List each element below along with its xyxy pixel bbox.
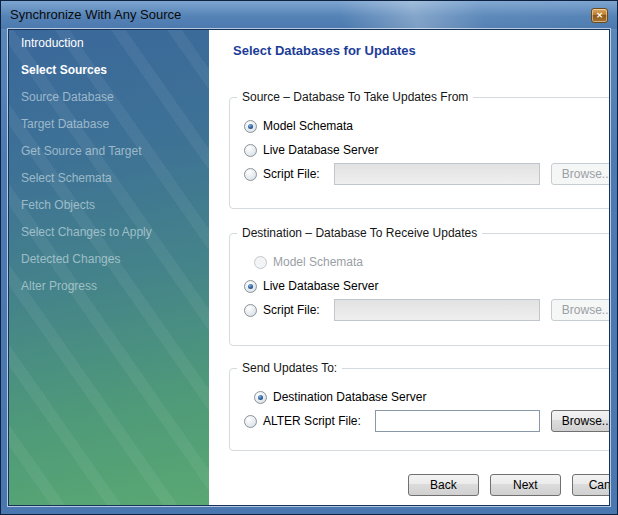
group-source: Source – Database To Take Updates From M… [229, 97, 610, 209]
dialog-window: Synchronize With Any Source ✕ Introducti… [0, 0, 618, 515]
client-area: Introduction Select Sources Source Datab… [8, 29, 610, 506]
group-send-updates-title: Send Updates To: [237, 361, 342, 375]
content-pane: Select Databases for Updates Source – Da… [209, 30, 610, 505]
alter-script-browse-button[interactable]: Browse... [551, 410, 610, 432]
option-row: ALTER Script File: Browse... [230, 409, 610, 433]
radio-label-live-database-server: Live Database Server [263, 279, 378, 293]
step-detected-changes: Detected Changes [9, 246, 209, 273]
page-title: Select Databases for Updates [233, 43, 610, 58]
option-row: Destination Database Server [230, 385, 610, 409]
cancel-button[interactable]: Cancel [572, 474, 610, 496]
close-button[interactable]: ✕ [591, 8, 608, 23]
option-row: Live Database Server [230, 274, 610, 298]
radio-label-script-file: Script File: [263, 303, 320, 317]
radio-label-model-schemata: Model Schemata [263, 119, 353, 133]
radio-destination-live-database-server[interactable] [244, 280, 257, 293]
step-select-sources: Select Sources [9, 57, 209, 84]
option-row: Live Database Server [230, 138, 610, 162]
wizard-steps-sidebar: Introduction Select Sources Source Datab… [9, 30, 209, 505]
radio-label-script-file: Script File: [263, 167, 320, 181]
radio-label-destination-database-server: Destination Database Server [273, 390, 426, 404]
footer-button-bar: Back Next Cancel [229, 474, 610, 496]
radio-label-model-schemata: Model Schemata [273, 255, 363, 269]
option-row: Model Schemata [230, 250, 610, 274]
step-introduction: Introduction [9, 30, 209, 57]
window-title: Synchronize With Any Source [10, 7, 181, 22]
option-row: Model Schemata [230, 114, 610, 138]
destination-script-file-input [334, 299, 540, 321]
radio-send-destination-database-server[interactable] [254, 391, 267, 404]
step-select-schemata: Select Schemata [9, 165, 209, 192]
group-destination-title: Destination – Database To Receive Update… [237, 226, 482, 240]
step-target-database: Target Database [9, 111, 209, 138]
radio-destination-script-file[interactable] [244, 304, 257, 317]
group-send-updates: Send Updates To: Destination Database Se… [229, 368, 610, 451]
radio-label-live-database-server: Live Database Server [263, 143, 378, 157]
close-icon: ✕ [596, 11, 603, 20]
step-get-source-and-target: Get Source and Target [9, 138, 209, 165]
source-script-file-input [334, 163, 540, 185]
radio-label-alter-script-file: ALTER Script File: [263, 414, 361, 428]
source-browse-button: Browse... [551, 163, 610, 185]
alter-script-file-input[interactable] [375, 410, 540, 432]
radio-source-live-database-server[interactable] [244, 144, 257, 157]
step-alter-progress: Alter Progress [9, 273, 209, 300]
group-source-title: Source – Database To Take Updates From [237, 90, 473, 104]
step-select-changes-to-apply: Select Changes to Apply [9, 219, 209, 246]
step-source-database: Source Database [9, 84, 209, 111]
title-bar[interactable]: Synchronize With Any Source ✕ [1, 1, 617, 29]
step-fetch-objects: Fetch Objects [9, 192, 209, 219]
option-row: Script File: Browse... [230, 298, 610, 322]
next-button[interactable]: Next [490, 474, 561, 496]
group-destination: Destination – Database To Receive Update… [229, 233, 610, 346]
radio-send-alter-script-file[interactable] [244, 415, 257, 428]
radio-source-model-schemata[interactable] [244, 120, 257, 133]
back-button[interactable]: Back [408, 474, 479, 496]
option-row: Script File: Browse... [230, 162, 610, 186]
destination-browse-button: Browse... [551, 299, 610, 321]
radio-source-script-file[interactable] [244, 168, 257, 181]
radio-destination-model-schemata [254, 256, 267, 269]
